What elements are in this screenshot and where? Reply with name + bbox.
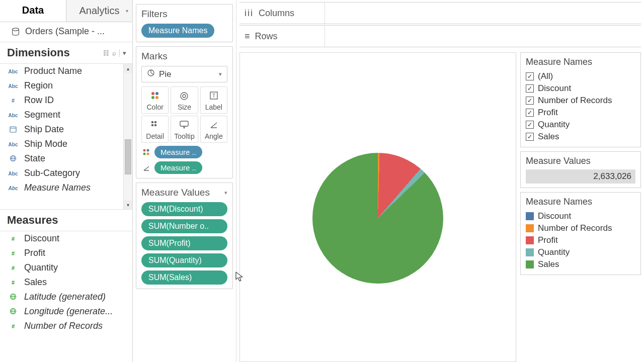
columns-icon: iii	[245, 8, 254, 19]
checkbox-icon: ✓	[526, 97, 534, 105]
svg-rect-23	[151, 124, 153, 126]
field-label: Measure Names	[24, 183, 91, 193]
mark-detail-button[interactable]: Detail	[141, 116, 169, 143]
mark-button-label: Color	[146, 103, 163, 111]
legend-item[interactable]: Discount	[526, 210, 635, 222]
legend-label: Sales	[538, 259, 559, 269]
legend-item[interactable]: Number of Records	[526, 222, 635, 234]
mark-label-button[interactable]: TLabel	[200, 86, 227, 114]
dimension-field[interactable]: #Row ID	[0, 93, 132, 108]
datasource-selector[interactable]: Orders (Sample - ...	[0, 22, 132, 42]
dimension-field[interactable]: AbcShip Mode	[0, 137, 132, 151]
filter-option[interactable]: ✓Discount	[526, 82, 635, 95]
filter-option[interactable]: ✓(All)	[526, 70, 635, 82]
dimension-field[interactable]: AbcSub-Category	[0, 166, 132, 180]
measure-field[interactable]: #Quantity	[0, 260, 132, 275]
checkbox-icon: ✓	[526, 109, 534, 117]
measure-values-range-card: Measure Values 2,633,026	[520, 151, 641, 188]
field-type-icon: Abc	[7, 83, 19, 89]
filter-option[interactable]: ✓Quantity	[526, 119, 635, 131]
legend-item[interactable]: Quantity	[526, 246, 635, 258]
field-type-icon: Abc	[7, 141, 19, 147]
dimension-field[interactable]: AbcMeasure Names	[0, 180, 132, 195]
field-type-icon: #	[7, 250, 19, 256]
mark-color-assignment[interactable]: Measure ..	[141, 146, 227, 158]
chevron-down-icon[interactable]: ▾	[224, 190, 227, 196]
pie-chart[interactable]	[312, 153, 443, 284]
measure-value-pill[interactable]: SUM(Discount)	[141, 202, 227, 216]
legend-swatch	[526, 212, 534, 220]
mark-tooltip-button[interactable]: Tooltip	[171, 116, 198, 143]
dimensions-header: Dimensions ☷ ⌕ ▾	[0, 42, 132, 64]
field-type-icon: Abc	[7, 112, 19, 118]
filters-card: Filters Measure Names	[136, 4, 233, 42]
legend-item[interactable]: Profit	[526, 234, 635, 246]
svg-point-18	[183, 95, 186, 98]
dimension-field[interactable]: AbcProduct Name	[0, 64, 132, 78]
dimension-field[interactable]: AbcRegion	[0, 78, 132, 93]
color-icon	[150, 90, 159, 101]
scrollbar[interactable]: ▴ ▾	[123, 64, 132, 209]
filter-option[interactable]: ✓Sales	[526, 131, 635, 143]
legend-swatch	[526, 224, 534, 232]
label-icon: T	[209, 90, 218, 101]
measure-value-pill[interactable]: SUM(Sales)	[141, 270, 227, 285]
filter-pill-measure-names[interactable]: Measure Names	[141, 24, 214, 38]
mark-angle-button[interactable]: Angle	[200, 116, 227, 143]
scroll-thumb[interactable]	[125, 139, 131, 174]
field-label: Sales	[24, 277, 47, 288]
dimension-field[interactable]: State	[0, 151, 132, 166]
measure-field[interactable]: #Profit	[0, 246, 132, 260]
filter-option[interactable]: ✓Profit	[526, 107, 635, 119]
measure-value-pill[interactable]: SUM(Profit)	[141, 236, 227, 250]
scroll-up-icon[interactable]: ▴	[124, 64, 132, 73]
dimension-field[interactable]: AbcSegment	[0, 108, 132, 122]
svg-rect-24	[154, 124, 156, 126]
mark-button-label: Tooltip	[174, 132, 194, 140]
mark-angle-assignment[interactable]: Measure ..	[141, 161, 227, 174]
svg-rect-1	[10, 127, 16, 132]
field-type-icon	[7, 308, 19, 316]
mark-angle-pill[interactable]: Measure ..	[154, 161, 202, 174]
filter-card-title: Measure Names	[526, 57, 635, 67]
rows-shelf[interactable]: ≡ Rows	[239, 25, 641, 47]
mark-button-label: Label	[205, 103, 222, 111]
filter-option-label: Discount	[538, 83, 571, 94]
tab-analytics[interactable]: Analytics	[66, 0, 132, 22]
viz-canvas[interactable]	[239, 52, 516, 362]
mark-type-select[interactable]: Pie	[141, 66, 227, 82]
mark-color-pill[interactable]: Measure ..	[154, 146, 202, 158]
mark-button-label: Detail	[146, 132, 164, 140]
legend-label: Profit	[538, 235, 558, 245]
color-legend-card: Measure Names DiscountNumber of RecordsP…	[520, 192, 641, 275]
svg-text:T: T	[212, 93, 215, 99]
menu-caret-icon[interactable]: ▾	[119, 49, 129, 57]
scroll-down-icon[interactable]: ▾	[124, 200, 132, 209]
svg-point-27	[147, 149, 149, 151]
filter-option[interactable]: ✓Number of Records	[526, 95, 635, 107]
mark-color-button[interactable]: Color	[141, 86, 169, 114]
field-label: State	[24, 153, 45, 164]
mv-max-value[interactable]: 2,633,026	[526, 169, 635, 184]
checkbox-icon: ✓	[526, 72, 534, 80]
measure-value-pill[interactable]: SUM(Quantity)	[141, 253, 227, 267]
measure-field[interactable]: Latitude (generated)	[0, 290, 132, 304]
svg-point-28	[143, 152, 146, 155]
field-label: Product Name	[24, 66, 82, 76]
measure-value-pill[interactable]: SUM(Number o..	[141, 219, 227, 233]
tab-data[interactable]: Data	[0, 0, 66, 22]
search-icon[interactable]: ⌕	[112, 49, 116, 57]
dimension-field[interactable]: Ship Date	[0, 122, 132, 137]
columns-shelf[interactable]: iii Columns	[239, 2, 641, 24]
datasource-label: Orders (Sample - ...	[25, 26, 105, 37]
svg-point-29	[147, 152, 149, 155]
view-list-icon[interactable]: ☷	[103, 49, 109, 57]
measure-field[interactable]: Longitude (generate...	[0, 304, 132, 319]
measure-field[interactable]: #Sales	[0, 275, 132, 290]
measure-field[interactable]: #Discount	[0, 231, 132, 246]
mark-size-button[interactable]: Size	[171, 86, 198, 114]
angle-icon	[141, 164, 151, 172]
legend-item[interactable]: Sales	[526, 258, 635, 270]
legend-label: Number of Records	[538, 223, 612, 233]
measure-field[interactable]: #Number of Records	[0, 319, 132, 333]
